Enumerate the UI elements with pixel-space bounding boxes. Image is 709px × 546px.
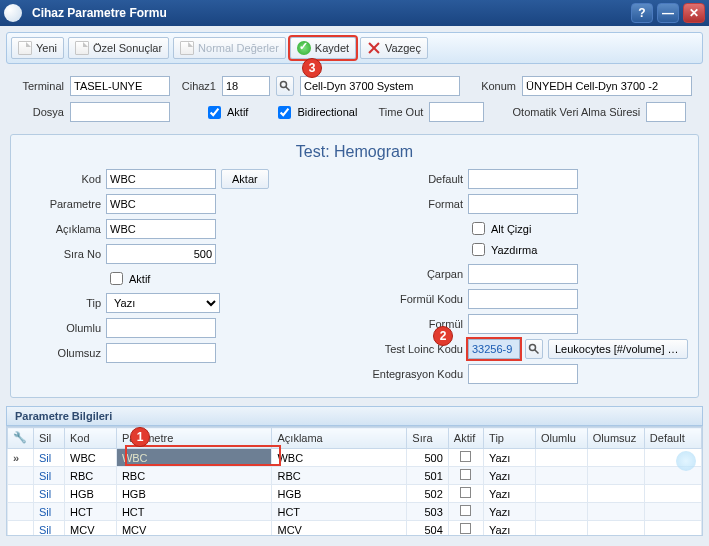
cell-olumsuz[interactable] <box>587 449 644 467</box>
cell-default[interactable] <box>644 467 701 485</box>
loinc-input[interactable] <box>468 339 520 359</box>
cell-olumlu[interactable] <box>535 485 587 503</box>
tip-select[interactable]: Yazı <box>106 293 220 313</box>
aktar-button[interactable]: Aktar <box>221 169 269 189</box>
cell-olumlu[interactable] <box>535 467 587 485</box>
yazdirma-checkbox[interactable]: Yazdırma <box>468 240 537 259</box>
parametre-grid[interactable]: 🔧 Sil Kod Parametre Açıklama Sıra Aktif … <box>6 426 703 536</box>
cell-sil[interactable]: Sil <box>33 449 64 467</box>
table-row[interactable]: SilMCVMCVMCV504Yazı <box>8 521 702 537</box>
loinc-desc-button[interactable]: Leukocytes [#/volume] corr... <box>548 339 688 359</box>
minimize-button[interactable]: — <box>657 3 679 23</box>
col-olumsuz[interactable]: Olumsuz <box>587 428 644 449</box>
cell-sil[interactable]: Sil <box>33 485 64 503</box>
cell-olumsuz[interactable] <box>587 467 644 485</box>
cell-sil[interactable]: Sil <box>33 521 64 537</box>
carpan-input[interactable] <box>468 264 578 284</box>
cell-sira[interactable]: 501 <box>407 467 448 485</box>
cell-aktif[interactable] <box>448 485 483 503</box>
table-row[interactable]: SilRBCRBCRBC501Yazı <box>8 467 702 485</box>
cell-tip[interactable]: Yazı <box>484 521 536 537</box>
cell-aciklama[interactable]: HCT <box>272 503 407 521</box>
cihaz-search-button[interactable] <box>276 76 294 96</box>
cihaz1-input[interactable] <box>222 76 270 96</box>
vazgec-button[interactable]: Vazgeç <box>360 37 428 59</box>
cell-aciklama[interactable]: WBC <box>272 449 407 467</box>
cell-param[interactable]: RBC <box>116 467 272 485</box>
col-aktif[interactable]: Aktif <box>448 428 483 449</box>
cell-param[interactable]: MCV <box>116 521 272 537</box>
cell-olumsuz[interactable] <box>587 521 644 537</box>
table-row[interactable]: SilHCTHCTHCT503Yazı <box>8 503 702 521</box>
cell-aciklama[interactable]: HGB <box>272 485 407 503</box>
altcizgi-checkbox[interactable]: Alt Çizgi <box>468 219 537 238</box>
cell-default[interactable] <box>644 485 701 503</box>
terminal-input[interactable] <box>70 76 170 96</box>
cell-sil[interactable]: Sil <box>33 503 64 521</box>
format-input[interactable] <box>468 194 578 214</box>
otomatik-input[interactable] <box>646 102 686 122</box>
col-kod[interactable]: Kod <box>65 428 117 449</box>
cell-olumsuz[interactable] <box>587 485 644 503</box>
formul-input[interactable] <box>468 314 578 334</box>
cell-aktif[interactable] <box>448 503 483 521</box>
olumsuz-input[interactable] <box>106 343 216 363</box>
yeni-button[interactable]: Yeni <box>11 37 64 59</box>
bidirectional-checkbox[interactable]: Bidirectional <box>274 103 357 122</box>
cell-sira[interactable]: 502 <box>407 485 448 503</box>
kaydet-button[interactable]: Kaydet <box>290 37 356 59</box>
col-tip[interactable]: Tip <box>484 428 536 449</box>
cell-param[interactable]: HCT <box>116 503 272 521</box>
kod-input[interactable] <box>106 169 216 189</box>
cell-tip[interactable]: Yazı <box>484 449 536 467</box>
loinc-search-button[interactable] <box>525 339 543 359</box>
aciklama-input[interactable] <box>106 219 216 239</box>
cell-param[interactable]: WBC <box>116 449 272 467</box>
default-input[interactable] <box>468 169 578 189</box>
cell-sira[interactable]: 500 <box>407 449 448 467</box>
cell-tip[interactable]: Yazı <box>484 467 536 485</box>
cell-tip[interactable]: Yazı <box>484 503 536 521</box>
cell-aciklama[interactable]: MCV <box>272 521 407 537</box>
cell-sira[interactable]: 503 <box>407 503 448 521</box>
cell-kod[interactable]: RBC <box>65 467 117 485</box>
dosya-input[interactable] <box>70 102 170 122</box>
panel-aktif-checkbox[interactable]: Aktif <box>106 269 150 288</box>
close-button[interactable]: ✕ <box>683 3 705 23</box>
scroll-up-icon[interactable] <box>676 451 696 471</box>
olumlu-input[interactable] <box>106 318 216 338</box>
cell-kod[interactable]: HGB <box>65 485 117 503</box>
cell-olumlu[interactable] <box>535 521 587 537</box>
table-row[interactable]: »SilWBCWBCWBC500Yazı <box>8 449 702 467</box>
cell-sil[interactable]: Sil <box>33 467 64 485</box>
col-aciklama[interactable]: Açıklama <box>272 428 407 449</box>
cell-aciklama[interactable]: RBC <box>272 467 407 485</box>
cell-default[interactable] <box>644 503 701 521</box>
cihaz-desc-input[interactable] <box>300 76 460 96</box>
cell-olumsuz[interactable] <box>587 503 644 521</box>
cell-kod[interactable]: HCT <box>65 503 117 521</box>
aktif-checkbox[interactable]: Aktif <box>204 103 248 122</box>
cell-default[interactable] <box>644 521 701 537</box>
cell-olumlu[interactable] <box>535 503 587 521</box>
param-input[interactable] <box>106 194 216 214</box>
ozel-sonuclar-button[interactable]: Özel Sonuçlar <box>68 37 169 59</box>
cell-kod[interactable]: MCV <box>65 521 117 537</box>
konum-input[interactable] <box>522 76 692 96</box>
col-olumlu[interactable]: Olumlu <box>535 428 587 449</box>
help-button[interactable]: ? <box>631 3 653 23</box>
entegrasyon-input[interactable] <box>468 364 578 384</box>
cell-aktif[interactable] <box>448 449 483 467</box>
col-sil[interactable]: Sil <box>33 428 64 449</box>
cell-olumlu[interactable] <box>535 449 587 467</box>
cell-aktif[interactable] <box>448 521 483 537</box>
wrench-icon[interactable]: 🔧 <box>13 431 27 445</box>
table-row[interactable]: SilHGBHGBHGB502Yazı <box>8 485 702 503</box>
cell-aktif[interactable] <box>448 467 483 485</box>
sirano-input[interactable] <box>106 244 216 264</box>
col-sira[interactable]: Sıra <box>407 428 448 449</box>
cell-kod[interactable]: WBC <box>65 449 117 467</box>
col-default[interactable]: Default <box>644 428 701 449</box>
timeout-input[interactable] <box>429 102 484 122</box>
cell-param[interactable]: HGB <box>116 485 272 503</box>
